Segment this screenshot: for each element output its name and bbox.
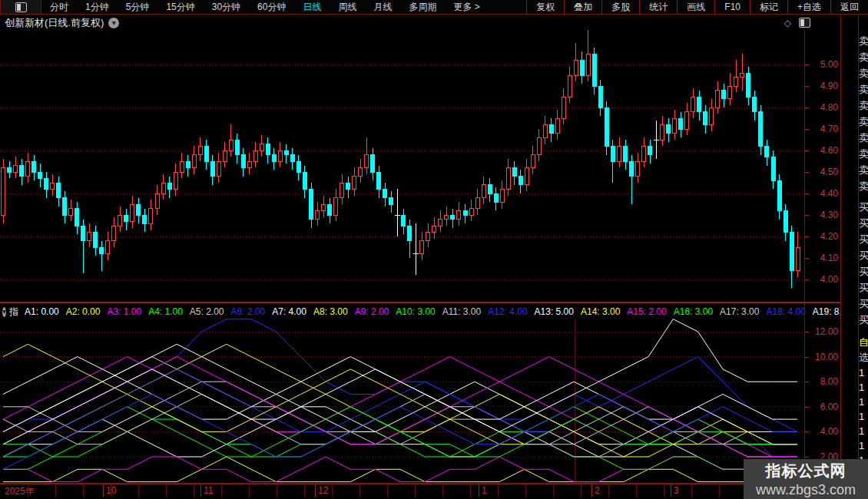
indicator-param-A4: A4: 1.00 [148, 306, 183, 317]
candle-down [100, 241, 104, 271]
date-month-tick [479, 484, 479, 497]
indicator-param-A1: A1: 0.00 [25, 306, 59, 317]
period-tab-5分钟[interactable]: 5分钟 [118, 1, 158, 14]
right-strip-item: 卖 [859, 67, 868, 81]
candlestick-chart[interactable] [0, 31, 804, 301]
toolbar-button-多股[interactable]: 多股 [601, 0, 639, 14]
period-tab-更多 >[interactable]: 更多 > [445, 1, 488, 14]
period-tabs: 分时1分钟5分钟15分钟30分钟60分钟日线周线月线多周期更多 > [41, 0, 489, 14]
candle-down [204, 140, 208, 170]
date-minor-tick [664, 484, 664, 497]
candle-body [124, 215, 128, 221]
period-tab-月线[interactable]: 月线 [365, 1, 400, 14]
candle-down [124, 209, 128, 230]
period-tab-15分钟[interactable]: 15分钟 [157, 1, 203, 14]
period-tab-60分钟[interactable]: 60分钟 [249, 1, 294, 14]
period-tab-30分钟[interactable]: 30分钟 [204, 1, 249, 14]
candle-down [143, 209, 147, 233]
candle-down [679, 112, 683, 138]
chevron-down-icon[interactable]: ▾ [108, 18, 119, 28]
candle-up [506, 159, 510, 196]
candle-body [112, 226, 116, 241]
candle-body [420, 241, 424, 254]
date-axis: 2025年 101112123 [0, 484, 841, 497]
candle-body [186, 161, 190, 167]
right-strip-item: 买 [859, 233, 868, 246]
indicator-param-A14: A14: 3.00 [581, 306, 620, 317]
right-strip-item: 卖 [859, 164, 868, 177]
candle-body [340, 183, 344, 198]
candle-body [359, 167, 363, 176]
candle-body [568, 75, 571, 97]
toolbar-button-F10[interactable]: F10 [714, 0, 750, 14]
candle-down [592, 48, 596, 95]
candle-body [260, 144, 263, 150]
date-minor-tick [28, 484, 28, 497]
candle-body [149, 209, 153, 224]
right-panel-edge[interactable]: 卖卖卖卖卖卖卖卖卖卖买买买买买买买买自选11111111 [841, 15, 868, 499]
candle-up [673, 110, 677, 140]
toolbar-button-标记[interactable]: 标记 [750, 0, 787, 14]
candle-body [297, 161, 300, 172]
candle-down [784, 204, 787, 241]
candle-body [365, 155, 369, 168]
candle-up [316, 202, 320, 226]
candle-down [310, 183, 313, 228]
candle-body [253, 150, 257, 161]
candle-down [266, 137, 270, 164]
candle-body [426, 232, 430, 240]
candle-down [771, 150, 775, 189]
period-tab-周线[interactable]: 周线 [330, 1, 365, 14]
candle-down [346, 177, 350, 198]
candle-up [322, 196, 326, 217]
month-label-3: 3 [674, 485, 679, 496]
candle-body [432, 226, 436, 232]
date-month-tick [200, 484, 201, 497]
date-minor-tick [277, 484, 277, 497]
candle-down [790, 226, 793, 288]
candle-up [728, 73, 732, 105]
candle-body [728, 86, 732, 99]
candle-body [716, 91, 720, 107]
indicator-collapse-icon[interactable]: ▾ [2, 307, 6, 317]
indicator-chart[interactable] [0, 320, 804, 483]
candle-body [371, 155, 375, 172]
period-tab-日线[interactable]: 日线 [294, 1, 330, 14]
candle-down [722, 84, 726, 107]
date-minor-tick [55, 484, 56, 497]
candle-body [679, 118, 683, 129]
candle-up [247, 153, 251, 174]
diamond-icon[interactable]: ◇ [784, 18, 791, 28]
candle-down [463, 204, 467, 223]
candle-body [57, 183, 61, 198]
candle-body [322, 204, 326, 210]
right-strip-item: 选 [859, 351, 868, 365]
candle-body [137, 204, 141, 215]
indicator-param-A7: A7: 4.00 [272, 306, 306, 317]
candle-up [223, 142, 227, 168]
toolbar-button-叠加[interactable]: 叠加 [564, 0, 601, 14]
candle-body [506, 167, 510, 189]
candle-body [574, 60, 578, 75]
candle-up [574, 43, 578, 81]
candle-body [353, 177, 356, 190]
date-minor-tick [359, 484, 360, 497]
indicator-name[interactable]: 股朋指标网 [9, 304, 18, 319]
period-tab-1分钟[interactable]: 1分钟 [77, 1, 118, 14]
toolbar-button-统计[interactable]: 统计 [639, 0, 677, 14]
candle-down [580, 51, 584, 84]
period-tab-分时[interactable]: 分时 [41, 1, 77, 14]
candle-body [667, 124, 671, 133]
indicator-param-A3: A3: 1.00 [107, 306, 141, 317]
right-strip-item: 卖 [859, 147, 868, 161]
right-strip-item: 买 [859, 297, 868, 311]
candle-down [704, 105, 707, 133]
candle-up [586, 30, 590, 81]
layout-toggle[interactable] [0, 0, 41, 14]
candle-body [310, 189, 313, 219]
period-tab-多周期[interactable]: 多周期 [400, 1, 445, 14]
toolbar-button-复权[interactable]: 复权 [526, 0, 564, 14]
toolbar-button-画线[interactable]: 画线 [677, 0, 714, 14]
candle-body [765, 146, 769, 157]
indicator-param-A2: A2: 0.00 [66, 306, 101, 317]
